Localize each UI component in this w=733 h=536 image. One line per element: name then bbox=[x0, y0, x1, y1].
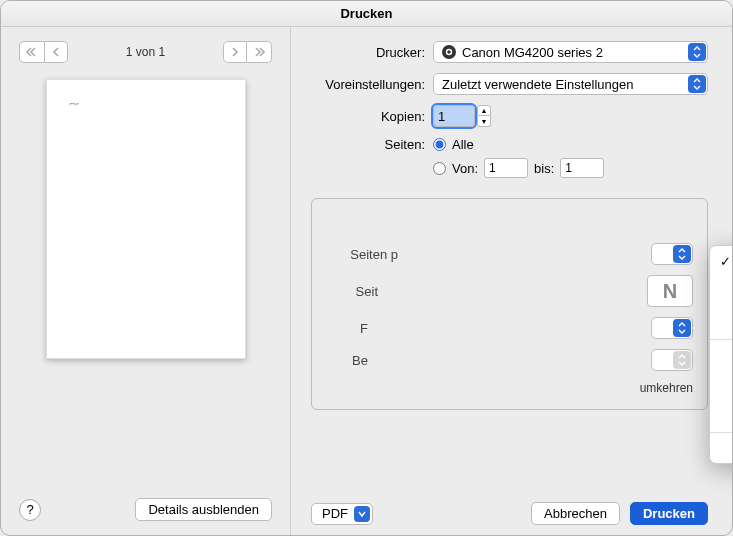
last-page-button[interactable] bbox=[247, 41, 272, 63]
menu-separator bbox=[710, 432, 733, 433]
copies-down-button[interactable]: ▼ bbox=[477, 116, 491, 127]
menu-item[interactable]: Papierhandhabung bbox=[710, 293, 733, 314]
print-button[interactable]: Drucken bbox=[630, 502, 708, 525]
pager-label: 1 von 1 bbox=[126, 45, 165, 59]
menu-item[interactable]: Deckblatt bbox=[710, 314, 733, 335]
preview-panel: 1 von 1 ⁓ ? Details ausblenden bbox=[1, 27, 291, 535]
copies-input[interactable] bbox=[433, 105, 475, 127]
disabled-select bbox=[651, 349, 693, 371]
right-bottom-row: PDF Abbrechen Drucken bbox=[311, 492, 708, 525]
reverse-label: umkehren bbox=[640, 381, 693, 395]
pdf-label: PDF bbox=[322, 506, 348, 521]
first-page-button[interactable] bbox=[19, 41, 45, 63]
pager-next-group bbox=[223, 41, 272, 63]
prev-page-button[interactable] bbox=[45, 41, 68, 63]
preview-area: ⁓ bbox=[19, 79, 272, 488]
pages-per-sheet-label: Seiten p bbox=[326, 247, 406, 262]
bo-label: Be bbox=[326, 353, 376, 368]
pages-range-radio[interactable] bbox=[433, 162, 446, 175]
presets-value: Zuletzt verwendete Einstellungen bbox=[442, 77, 634, 92]
pages-from-label: Von: bbox=[452, 161, 478, 176]
copies-stepper: ▲ ▼ bbox=[433, 105, 491, 127]
menu-item[interactable]: Farbanpassung bbox=[710, 272, 733, 293]
svg-point-1 bbox=[447, 50, 451, 54]
copies-up-button[interactable]: ▲ bbox=[477, 105, 491, 116]
section-dropdown-menu: LayoutFarbanpassungPapierhandhabungDeckb… bbox=[709, 245, 733, 464]
menu-separator bbox=[710, 339, 733, 340]
content: 1 von 1 ⁓ ? Details ausblenden Drucker: bbox=[1, 27, 732, 535]
help-button[interactable]: ? bbox=[19, 499, 41, 521]
menu-item[interactable]: Layout bbox=[710, 251, 733, 272]
presets-label: Voreinstellungen: bbox=[311, 77, 433, 92]
border-select[interactable] bbox=[651, 317, 693, 339]
updown-icon bbox=[688, 75, 706, 93]
updown-icon bbox=[673, 319, 691, 337]
menu-item[interactable]: Füllstände bbox=[710, 437, 733, 458]
border-label: F bbox=[326, 321, 376, 336]
direction-label: Seit bbox=[326, 284, 386, 299]
menu-item[interactable]: Duplex Printing & Margin bbox=[710, 407, 733, 428]
printer-status-icon bbox=[442, 45, 456, 59]
cancel-button[interactable]: Abbrechen bbox=[531, 502, 620, 525]
pages-from-input[interactable] bbox=[484, 158, 528, 178]
copies-label: Kopien: bbox=[311, 109, 433, 124]
pages-to-input[interactable] bbox=[560, 158, 604, 178]
menu-item[interactable]: Borderless Printing bbox=[710, 386, 733, 407]
printer-name: Canon MG4200 series 2 bbox=[462, 45, 603, 60]
updown-icon bbox=[688, 43, 706, 61]
settings-panel: Drucker: Canon MG4200 series 2 Voreinste… bbox=[291, 27, 732, 535]
print-dialog: Drucken 1 von 1 ⁓ ? Deta bbox=[0, 0, 733, 536]
presets-select[interactable]: Zuletzt verwendete Einstellungen bbox=[433, 73, 708, 95]
window-title: Drucken bbox=[1, 1, 732, 27]
pages-label: Seiten: bbox=[311, 137, 433, 152]
pages-options: Alle Von: bis: bbox=[433, 137, 604, 178]
printer-label: Drucker: bbox=[311, 45, 433, 60]
pager-prev-group bbox=[19, 41, 68, 63]
chevron-down-icon bbox=[354, 506, 370, 522]
pager: 1 von 1 bbox=[19, 41, 272, 63]
left-bottom-row: ? Details ausblenden bbox=[19, 488, 272, 521]
updown-icon bbox=[673, 245, 691, 263]
next-page-button[interactable] bbox=[223, 41, 247, 63]
updown-icon bbox=[673, 351, 691, 369]
preview-sheet: ⁓ bbox=[46, 79, 246, 359]
details-hide-button[interactable]: Details ausblenden bbox=[135, 498, 272, 521]
pages-all-radio[interactable] bbox=[433, 138, 446, 151]
pages-all-label: Alle bbox=[452, 137, 474, 152]
pages-per-sheet-select[interactable] bbox=[651, 243, 693, 265]
preview-content-mark: ⁓ bbox=[69, 98, 79, 109]
layout-subpanel: Seiten p Seit N F bbox=[311, 198, 708, 410]
direction-option[interactable]: N bbox=[647, 275, 693, 307]
printer-select[interactable]: Canon MG4200 series 2 bbox=[433, 41, 708, 63]
menu-item[interactable]: Color Options bbox=[710, 365, 733, 386]
pdf-menu-button[interactable]: PDF bbox=[311, 503, 373, 525]
pages-to-label: bis: bbox=[534, 161, 554, 176]
menu-item[interactable]: Quality & Media bbox=[710, 344, 733, 365]
